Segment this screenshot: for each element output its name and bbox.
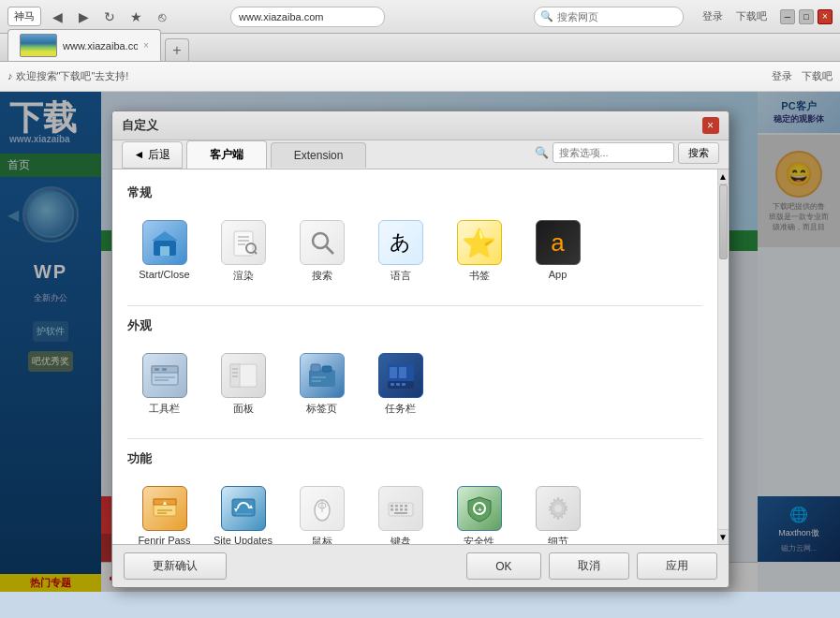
svg-rect-2 [160,246,169,256]
tab-client[interactable]: 客户端 [186,140,267,169]
item-render[interactable]: 渲染 [206,213,281,290]
svg-rect-53 [395,508,398,511]
footer-button-group: OK 取消 应用 [466,552,716,580]
updates-icon [221,486,266,531]
app-icon: a [536,220,581,265]
svg-rect-49 [395,505,398,508]
item-lang[interactable]: あ 语言 [363,213,438,290]
apply-button[interactable]: 应用 [637,552,717,580]
item-site-updates[interactable]: Site Updates [206,478,281,544]
toolbar-label: 工具栏 [149,402,180,416]
dialog-content: 常规 Start/Close [112,169,717,544]
search-filter: 🔍 搜索 [535,142,719,168]
svg-rect-14 [162,368,167,371]
item-panel[interactable]: 面板 [206,346,281,423]
item-bookmark[interactable]: ⭐ 书签 [442,213,517,290]
refresh-button[interactable]: ↻ [99,7,120,27]
address-bar: ♪ 欢迎搜索"下载吧"去支持! 登录 下载吧 [0,62,840,92]
download-link[interactable]: 下载吧 [736,9,767,23]
item-taskbar[interactable]: 任务栏 [363,346,438,423]
window-close-button[interactable]: × [818,9,833,24]
section-features-grid: Fenrir Pass [127,478,702,544]
svg-rect-30 [399,367,406,378]
section-appearance-grid: 工具栏 [127,346,702,423]
dialog-back-button[interactable]: ◄ 后退 [122,141,183,169]
svg-rect-29 [390,367,397,378]
section-appearance-title: 外观 [127,317,702,334]
mouse-icon [300,486,345,531]
back-button[interactable]: ◀ [47,7,67,27]
item-details[interactable]: 细节 [521,478,596,544]
tabs-label: 标签页 [306,402,337,416]
site-updates-label: Site Updates [214,535,273,544]
new-tab-button[interactable]: + [165,38,189,61]
scroll-thumb[interactable] [719,184,728,259]
security-label: 安全性 [464,535,494,544]
filter-input[interactable] [553,142,674,163]
scroll-up-button[interactable]: ▲ [718,169,729,184]
item-app[interactable]: a App [521,213,596,290]
update-confirm-button[interactable]: 更新确认 [124,552,227,580]
star-button[interactable]: ★ [125,7,146,27]
forward-button[interactable]: ▶ [73,7,94,27]
panel-icon [221,353,266,398]
address-input[interactable] [230,7,385,27]
tab-close-icon[interactable]: × [143,40,149,51]
taskbar-label: 任务栏 [385,402,416,416]
login-header[interactable]: 登录 [772,69,792,83]
item-security[interactable]: + 安全性 [442,478,517,544]
ok-button[interactable]: OK [466,552,540,580]
tabs-icon [300,353,345,398]
item-start-close[interactable]: Start/Close [127,213,202,290]
bookmark-label: 书签 [469,269,490,283]
item-fenrir[interactable]: Fenrir Pass [127,478,202,544]
svg-rect-51 [405,505,407,508]
svg-rect-33 [402,383,405,386]
search-input[interactable] [557,11,651,22]
item-tabs[interactable]: 标签页 [285,346,360,423]
lang-icon: あ [378,220,423,265]
tab-extension[interactable]: Extension [271,142,367,168]
dialog-body: 常规 Start/Close [112,169,729,544]
item-search[interactable]: 搜索 [285,213,360,290]
svg-rect-56 [394,512,407,514]
svg-point-46 [320,504,324,508]
login-link[interactable]: 登录 [702,9,723,23]
divider-2 [127,438,702,439]
tab-thumbnail [20,34,57,57]
search-setting-icon [300,220,345,265]
search-label: 搜索 [312,269,332,283]
svg-point-60 [554,505,562,512]
panel-label: 面板 [233,402,254,416]
maximize-button[interactable]: □ [799,9,814,24]
download-header[interactable]: 下载吧 [802,69,833,83]
fenrir-label: Fenrir Pass [138,535,190,544]
dialog-close-button[interactable]: × [702,117,719,134]
item-mouse[interactable]: 鼠标 [285,478,360,544]
share-button[interactable]: ⎋ [152,7,172,27]
section-general-grid: Start/Close [127,213,702,290]
start-close-label: Start/Close [139,269,189,280]
dialog-scrollbar[interactable]: ▲ ▼ [717,169,729,544]
svg-rect-54 [400,508,403,511]
item-keyboard[interactable]: 键盘 [363,478,438,544]
svg-line-8 [254,251,257,254]
search-box[interactable]: 🔍 [534,7,684,27]
dialog-title: 自定义 [122,117,695,134]
item-toolbar[interactable]: 工具栏 [127,346,202,423]
svg-text:+: + [478,506,482,514]
minimize-button[interactable]: ─ [780,9,795,24]
app-label: App [549,269,567,280]
filter-search-button[interactable]: 搜索 [678,142,719,164]
scroll-track[interactable] [718,184,729,529]
search-icon: 🔍 [540,10,553,22]
lang-label: 语言 [391,269,411,283]
svg-rect-52 [391,508,393,511]
active-tab[interactable]: www.xiazaiba.com × [7,29,161,61]
browser-logo[interactable]: 神马 [7,7,41,26]
security-icon: + [457,486,502,531]
scroll-down-button[interactable]: ▼ [718,529,729,544]
cancel-button[interactable]: 取消 [549,552,629,580]
keyboard-icon [378,486,423,531]
svg-rect-48 [391,505,393,508]
